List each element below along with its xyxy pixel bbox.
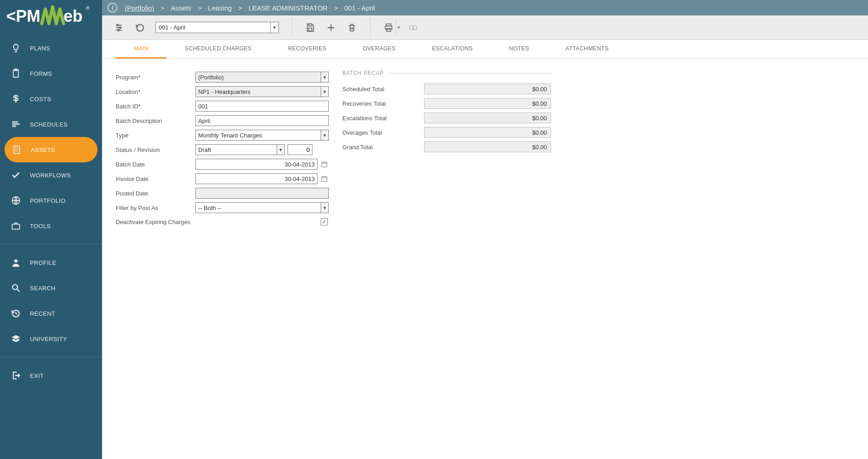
sidebar-item-tools[interactable]: TOOLS: [0, 213, 102, 239]
tab-escalations[interactable]: ESCALATIONS: [414, 40, 491, 59]
info-icon[interactable]: i: [107, 3, 117, 13]
chevron-down-icon[interactable]: ▼: [270, 22, 278, 33]
divider: [370, 18, 371, 37]
calendar-icon[interactable]: [320, 160, 329, 169]
globe-icon: [10, 195, 22, 206]
exit-icon: [10, 370, 22, 381]
tab-scheduled-charges[interactable]: SCHEDULED CHARGES: [166, 40, 270, 59]
posted-date-value: [195, 188, 329, 199]
svg-rect-5: [12, 122, 18, 123]
tab-attachments[interactable]: ATTACHMENTS: [547, 40, 627, 59]
building-icon: [11, 144, 23, 156]
check-icon: [10, 169, 22, 181]
form-column: Program* ▼ Location* ▼ Batch ID*: [116, 70, 329, 229]
program-value[interactable]: [195, 72, 321, 83]
record-selector[interactable]: 001 - April ▼: [156, 22, 279, 33]
deactivate-checkbox[interactable]: ✓: [321, 218, 328, 225]
list-settings-button[interactable]: [110, 19, 128, 37]
graduation-icon: [10, 333, 22, 345]
svg-text:®: ®: [86, 6, 90, 11]
sidebar-item-recent[interactable]: RECENT: [0, 301, 102, 326]
location-value[interactable]: [195, 86, 321, 97]
breadcrumb-seg: Leasing: [208, 4, 232, 12]
svg-rect-23: [322, 162, 327, 167]
toolbar: 001 - April ▼ ▼: [102, 15, 868, 40]
sidebar-item-plans[interactable]: PLANS: [0, 35, 102, 61]
sidebar-item-costs[interactable]: COSTS: [0, 86, 102, 112]
recoveries-total-value: $0.00: [424, 98, 551, 109]
history-button[interactable]: [131, 19, 149, 37]
delete-button[interactable]: [343, 19, 361, 37]
sidebar-item-label: EXIT: [30, 372, 44, 379]
sidebar-item-label: SCHEDULES: [30, 121, 68, 128]
filter-post-select[interactable]: ▼: [195, 202, 329, 213]
batch-desc-input[interactable]: [195, 115, 329, 126]
calendar-icon[interactable]: [320, 174, 329, 183]
chevron-down-icon[interactable]: ▼: [321, 202, 329, 213]
save-button[interactable]: [301, 19, 319, 37]
print-button[interactable]: [380, 19, 398, 37]
chevron-down-icon[interactable]: ▼: [321, 72, 329, 83]
sidebar-item-label: TOOLS: [30, 223, 51, 230]
status-select[interactable]: ▼: [195, 144, 285, 155]
tab-main[interactable]: MAIN: [116, 40, 166, 59]
type-select[interactable]: ▼: [195, 130, 329, 141]
svg-point-11: [14, 259, 17, 263]
chevron-down-icon[interactable]: ▼: [321, 86, 329, 97]
sidebar-item-workflows[interactable]: WORKFLOWS: [0, 162, 102, 188]
location-select[interactable]: ▼: [195, 86, 329, 97]
sidebar-item-label: RECENT: [30, 310, 55, 317]
svg-point-15: [117, 29, 119, 31]
overages-total-value: $0.00: [424, 127, 551, 138]
breadcrumb-root[interactable]: (Portfolio): [125, 4, 154, 12]
sidebar-item-exit[interactable]: EXIT: [0, 363, 102, 388]
label-deactivate: Deactivate Expiring Charges: [116, 219, 190, 225]
breadcrumb-seg: LEASE ADMINISTRATOR: [249, 4, 328, 12]
sidebar-item-forms[interactable]: FORMS: [0, 61, 102, 86]
svg-rect-10: [12, 224, 20, 229]
lightbulb-icon: [10, 42, 22, 54]
tab-notes[interactable]: NOTES: [491, 40, 547, 59]
label-scheduled-total: Scheduled Total: [342, 86, 424, 93]
sidebar-item-portfolio[interactable]: PORTFOLIO: [0, 188, 102, 213]
svg-text:<PM: <PM: [6, 7, 40, 25]
breadcrumb-seg: 001 - April: [344, 4, 375, 12]
sidebar-item-university[interactable]: UNIVERSITY: [0, 326, 102, 352]
invoice-date-input[interactable]: [195, 173, 317, 184]
add-button[interactable]: [322, 19, 340, 37]
sidebar-item-label: SEARCH: [30, 285, 56, 292]
sidebar-item-assets[interactable]: ASSETS: [5, 137, 98, 162]
filter-post-value[interactable]: [195, 202, 321, 213]
chevron-down-icon[interactable]: ▼: [277, 144, 285, 155]
label-batch-desc: Batch Description: [116, 117, 195, 124]
chevron-down-icon[interactable]: ▼: [321, 130, 329, 141]
sidebar-item-schedules[interactable]: SCHEDULES: [0, 112, 102, 137]
divider: [0, 244, 102, 244]
batch-id-input[interactable]: [195, 101, 329, 112]
divider: [389, 73, 551, 73]
recap-column: BATCH RECAP Scheduled Total $0.00 Recove…: [342, 70, 551, 229]
escalations-total-value: $0.00: [424, 112, 551, 123]
sidebar-item-search[interactable]: SEARCH: [0, 275, 102, 301]
sidebar-item-label: PROFILE: [30, 259, 56, 266]
svg-point-13: [117, 24, 119, 26]
print-dropdown[interactable]: ▼: [396, 19, 401, 37]
search-icon: [10, 282, 22, 294]
logo: <PM eb ®: [0, 0, 102, 32]
label-escalations-total: Escalations Total: [342, 115, 424, 122]
tab-recoveries[interactable]: RECOVERIES: [270, 40, 345, 59]
tab-overages[interactable]: OVERAGES: [345, 40, 414, 59]
status-value[interactable]: [195, 144, 277, 155]
program-select[interactable]: ▼: [195, 72, 329, 83]
revision-input[interactable]: [288, 144, 312, 155]
history-icon: [10, 308, 22, 319]
type-value[interactable]: [195, 130, 321, 141]
svg-rect-8: [14, 146, 20, 154]
sidebar: <PM eb ® PLANS FORMS: [0, 0, 102, 459]
dollar-icon: [10, 93, 22, 105]
record-selector-value: 001 - April: [159, 24, 185, 31]
sidebar-item-profile[interactable]: PROFILE: [0, 250, 102, 275]
sidebar-item-label: ASSETS: [31, 146, 55, 153]
svg-rect-7: [12, 126, 16, 127]
batch-date-input[interactable]: [195, 159, 317, 170]
